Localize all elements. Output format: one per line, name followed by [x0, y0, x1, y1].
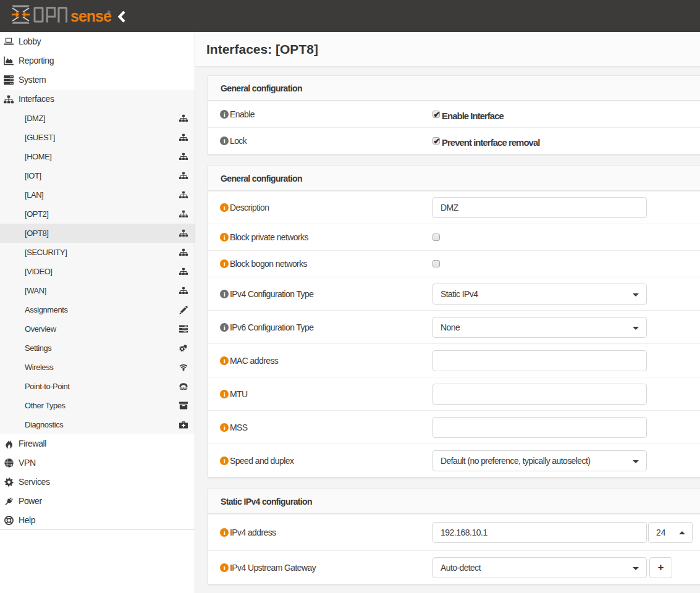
svg-text:®: ®: [107, 10, 111, 16]
svg-text:sense: sense: [70, 7, 112, 25]
